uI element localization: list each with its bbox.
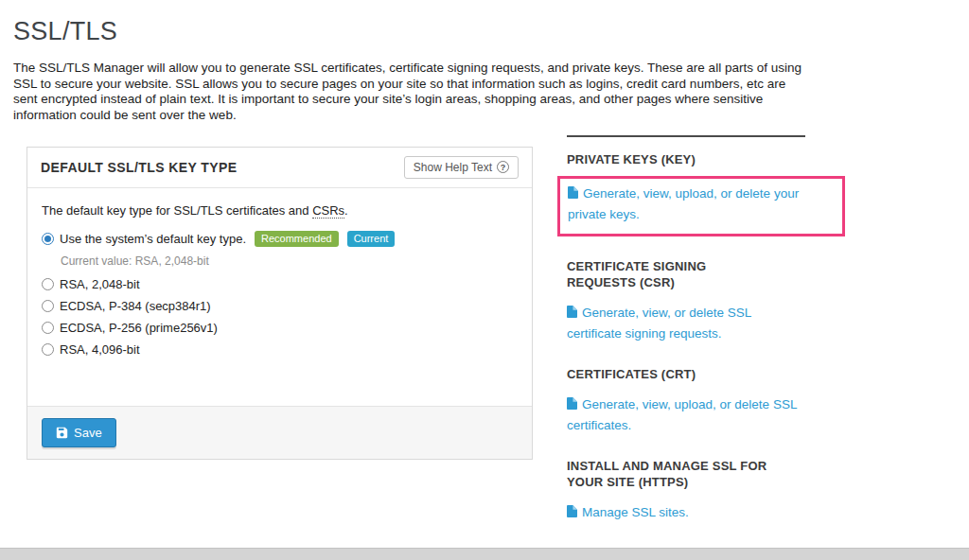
intro-text: The default key type for SSL/TLS certifi… bbox=[42, 203, 312, 218]
help-question-icon: ? bbox=[497, 161, 509, 173]
section-install-manage-ssl: INSTALL AND MANAGE SSL FOR YOUR SITE (HT… bbox=[567, 459, 805, 523]
radio-option-ecdsa-p384[interactable]: ECDSA, P-384 (secp384r1) bbox=[42, 299, 518, 313]
current-value-note: Current value: RSA, 2,048-bit bbox=[61, 254, 518, 268]
panel-footer: Save bbox=[27, 406, 532, 459]
document-icon bbox=[567, 304, 577, 324]
save-label: Save bbox=[74, 426, 102, 440]
radio-label: ECDSA, P-384 (secp384r1) bbox=[60, 299, 211, 313]
radio-option-rsa-4096[interactable]: RSA, 4,096-bit bbox=[42, 342, 518, 357]
csr-heading: CERTIFICATE SIGNING REQUESTS (CSR) bbox=[567, 259, 770, 291]
manage-ssl-sites-link[interactable]: Manage SSL sites. bbox=[567, 505, 689, 519]
radio-label: ECDSA, P-256 (prime256v1) bbox=[60, 321, 218, 335]
panel-title: DEFAULT SSL/TLS KEY TYPE bbox=[41, 160, 237, 175]
window-bottom-edge bbox=[0, 548, 969, 560]
page-description: The SSL/TLS Manager will allow you to ge… bbox=[13, 61, 806, 124]
show-help-text-button[interactable]: Show Help Text ? bbox=[404, 156, 519, 179]
radio-button[interactable] bbox=[42, 343, 54, 356]
link-label: Generate, view, or delete SSL certificat… bbox=[567, 306, 751, 341]
radio-button-selected[interactable] bbox=[42, 233, 54, 245]
key-type-intro: The default key type for SSL/TLS certifi… bbox=[42, 203, 518, 218]
radio-label: RSA, 2,048-bit bbox=[60, 277, 140, 291]
panel-header: DEFAULT SSL/TLS KEY TYPE Show Help Text … bbox=[27, 148, 532, 188]
default-key-type-panel: DEFAULT SSL/TLS KEY TYPE Show Help Text … bbox=[26, 147, 533, 460]
link-label: Generate, view, upload, or delete SSL ce… bbox=[567, 397, 797, 433]
radio-option-rsa-2048[interactable]: RSA, 2,048-bit bbox=[42, 277, 518, 291]
section-csr: CERTIFICATE SIGNING REQUESTS (CSR) Gener… bbox=[567, 259, 805, 344]
show-help-text-label: Show Help Text bbox=[414, 161, 492, 174]
panel-body: The default key type for SSL/TLS certifi… bbox=[27, 188, 532, 406]
radio-option-ecdsa-p256[interactable]: ECDSA, P-256 (prime256v1) bbox=[42, 321, 518, 335]
section-divider bbox=[567, 135, 805, 137]
install-ssl-heading: INSTALL AND MANAGE SSL FOR YOUR SITE (HT… bbox=[567, 459, 770, 491]
radio-label: RSA, 4,096-bit bbox=[60, 342, 140, 357]
certificates-link[interactable]: Generate, view, upload, or delete SSL ce… bbox=[567, 397, 797, 433]
radio-button[interactable] bbox=[42, 278, 54, 290]
private-keys-heading: PRIVATE KEYS (KEY) bbox=[567, 152, 770, 168]
link-label: Generate, view, upload, or delete your p… bbox=[568, 186, 799, 222]
document-icon bbox=[568, 184, 578, 205]
private-keys-link[interactable]: Generate, view, upload, or delete your p… bbox=[568, 186, 799, 222]
annotation-highlight-box: Generate, view, upload, or delete your p… bbox=[557, 176, 845, 236]
certificates-heading: CERTIFICATES (CRT) bbox=[567, 367, 770, 383]
section-private-keys: PRIVATE KEYS (KEY) Generate, view, uploa… bbox=[567, 152, 805, 236]
ssl-tls-page: SSL/TLS The SSL/TLS Manager will allow y… bbox=[0, 0, 969, 560]
section-certificates: CERTIFICATES (CRT) Generate, view, uploa… bbox=[567, 367, 805, 436]
document-icon bbox=[567, 503, 577, 524]
csr-link[interactable]: Generate, view, or delete SSL certificat… bbox=[567, 306, 751, 341]
radio-option-system-default[interactable]: Use the system’s default key type. Recom… bbox=[42, 231, 518, 247]
radio-button[interactable] bbox=[42, 322, 54, 334]
radio-button[interactable] bbox=[42, 300, 54, 312]
page-title: SSL/TLS bbox=[0, 0, 969, 46]
save-icon bbox=[56, 427, 68, 439]
ssl-manager-sidebar: PRIVATE KEYS (KEY) Generate, view, uploa… bbox=[567, 135, 805, 524]
link-label: Manage SSL sites. bbox=[582, 505, 689, 519]
intro-period: . bbox=[344, 203, 348, 218]
document-icon bbox=[567, 395, 577, 416]
save-button[interactable]: Save bbox=[42, 418, 116, 447]
current-badge: Current bbox=[347, 231, 396, 247]
radio-label: Use the system’s default key type. bbox=[60, 232, 246, 246]
main-content: DEFAULT SSL/TLS KEY TYPE Show Help Text … bbox=[0, 147, 969, 524]
recommended-badge: Recommended bbox=[255, 231, 339, 247]
csr-abbreviation: CSRs bbox=[312, 203, 344, 219]
